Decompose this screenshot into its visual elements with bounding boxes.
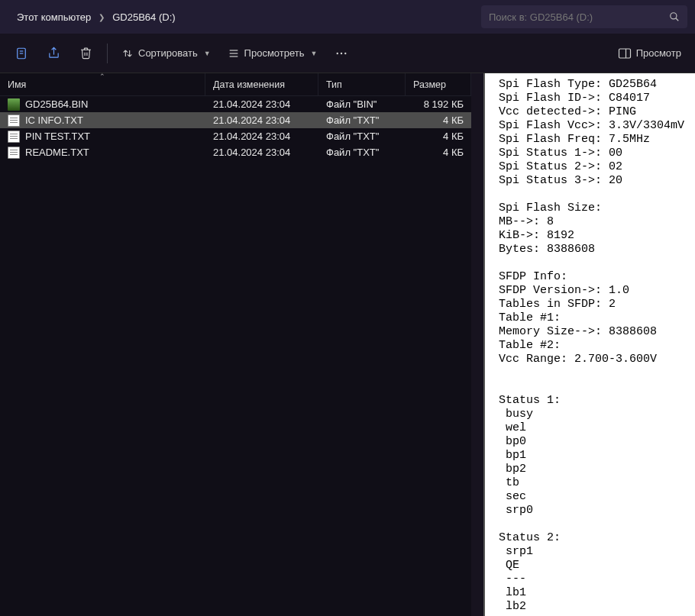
file-list: ⌃ Имя Дата изменения Тип Размер GD25B64.… — [0, 73, 471, 616]
file-icon — [8, 114, 20, 127]
header-type[interactable]: Тип — [318, 73, 406, 95]
file-row[interactable]: PIN TEST.TXT21.04.2024 23:04Файл "TXT"4 … — [0, 128, 471, 144]
svg-point-0 — [671, 13, 677, 19]
file-date: 21.04.2024 23:04 — [205, 114, 318, 126]
sort-button[interactable]: Сортировать ▼ — [114, 40, 218, 67]
svg-point-9 — [337, 52, 338, 53]
file-name: GD25B64.BIN — [25, 98, 88, 110]
file-date: 21.04.2024 23:04 — [205, 98, 318, 110]
header-name[interactable]: ⌃ Имя — [0, 73, 205, 95]
header-size[interactable]: Размер — [406, 73, 471, 95]
breadcrumb-root[interactable]: Этот компьютер — [12, 8, 95, 26]
svg-line-1 — [676, 18, 679, 21]
preview-pane: Spi Flash Type: GD25B64 Spi Flash ID->: … — [483, 73, 695, 616]
delete-button[interactable] — [70, 40, 101, 67]
file-type: Файл "TXT" — [318, 114, 406, 126]
breadcrumb[interactable]: Этот компьютер ❯ GD25B64 (D:) — [3, 0, 481, 34]
svg-point-10 — [341, 52, 342, 53]
new-button[interactable] — [6, 40, 37, 67]
chevron-down-icon: ▼ — [204, 50, 211, 57]
preview-pane-icon — [618, 47, 632, 60]
preview-scrollbar[interactable] — [471, 73, 483, 616]
share-button[interactable] — [38, 40, 69, 67]
file-size: 4 КБ — [406, 114, 471, 126]
content-area: ⌃ Имя Дата изменения Тип Размер GD25B64.… — [0, 73, 695, 616]
search-icon[interactable] — [669, 11, 680, 22]
file-name: IC INFO.TXT — [25, 114, 83, 126]
preview-pane-button[interactable]: Просмотр — [610, 40, 689, 67]
list-icon — [228, 47, 240, 60]
titlebar: Этот компьютер ❯ GD25B64 (D:) — [0, 0, 695, 34]
file-row[interactable]: IC INFO.TXT21.04.2024 23:04Файл "TXT"4 К… — [0, 112, 471, 128]
file-date: 21.04.2024 23:04 — [205, 147, 318, 158]
file-icon — [8, 98, 20, 111]
search-input[interactable] — [489, 11, 669, 23]
svg-point-11 — [344, 52, 346, 53]
file-size: 4 КБ — [406, 131, 471, 142]
sort-label: Сортировать — [138, 47, 198, 59]
file-name: README.TXT — [25, 147, 89, 158]
sort-icon — [121, 47, 134, 60]
search-box[interactable] — [481, 5, 687, 28]
header-date[interactable]: Дата изменения — [205, 73, 318, 95]
chevron-down-icon: ▼ — [311, 50, 318, 57]
separator — [107, 44, 108, 63]
file-name: PIN TEST.TXT — [25, 131, 90, 142]
column-headers: ⌃ Имя Дата изменения Тип Размер — [0, 73, 471, 96]
file-row[interactable]: README.TXT21.04.2024 23:04Файл "TXT"4 КБ — [0, 144, 471, 160]
file-size: 8 192 КБ — [406, 98, 471, 110]
sort-indicator-icon: ⌃ — [99, 73, 105, 80]
view-button[interactable]: Просмотреть ▼ — [220, 40, 325, 67]
svg-rect-12 — [619, 49, 630, 58]
file-type: Файл "TXT" — [318, 147, 406, 158]
file-date: 21.04.2024 23:04 — [205, 131, 318, 142]
file-rows: GD25B64.BIN21.04.2024 23:04Файл "BIN"8 1… — [0, 96, 471, 160]
more-button[interactable] — [326, 40, 357, 67]
file-icon — [8, 131, 20, 143]
preview-label: Просмотр — [636, 47, 681, 59]
file-type: Файл "TXT" — [318, 131, 406, 142]
file-icon — [8, 147, 20, 159]
toolbar: Сортировать ▼ Просмотреть ▼ Просмотр — [0, 34, 695, 73]
file-size: 4 КБ — [406, 147, 471, 158]
breadcrumb-location[interactable]: GD25B64 (D:) — [108, 8, 179, 26]
file-type: Файл "BIN" — [318, 98, 406, 110]
file-row[interactable]: GD25B64.BIN21.04.2024 23:04Файл "BIN"8 1… — [0, 96, 471, 112]
chevron-right-icon: ❯ — [99, 13, 105, 21]
view-label: Просмотреть — [244, 47, 305, 59]
